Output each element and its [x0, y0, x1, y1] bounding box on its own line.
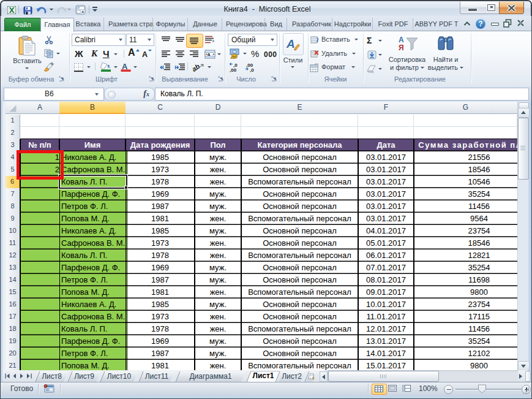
svg-text:А: А: [399, 36, 404, 44]
svg-text:А: А: [286, 37, 295, 50]
svg-text:A: A: [122, 62, 128, 71]
svg-text:,0: ,0: [250, 67, 254, 72]
svg-text:Я: Я: [399, 44, 404, 52]
svg-text:,00: ,00: [230, 67, 237, 72]
